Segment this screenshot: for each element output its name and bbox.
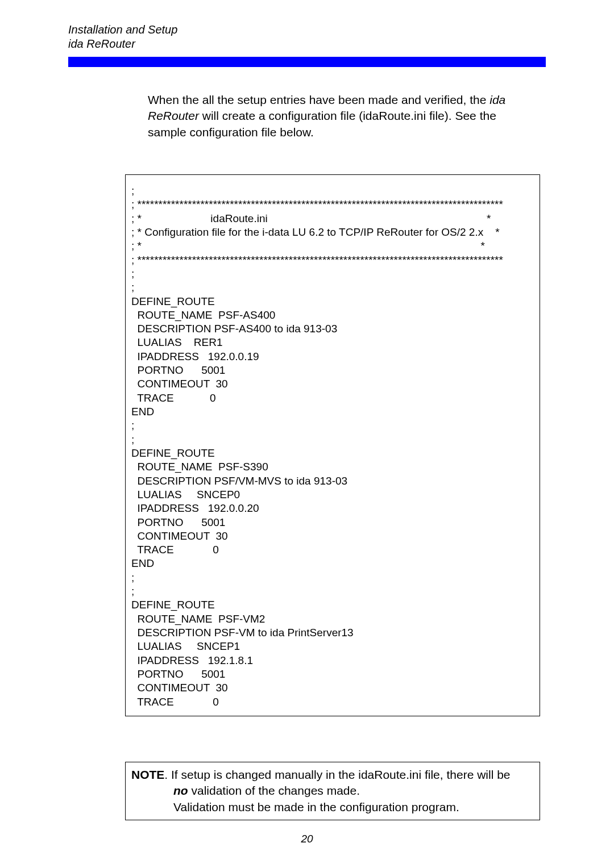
note-indent-1: no validation of the changes made. [173,783,534,799]
intro-post: will create a configuration file (idaRou… [148,109,496,138]
header-line-1: Installation and Setup [68,23,546,37]
note-line2: Validation must be made in the configura… [173,799,534,815]
page-header: Installation and Setup ida ReRouter [68,23,546,51]
config-file-box: ; ; ************************************… [125,174,540,716]
config-file-content: ; ; ************************************… [131,184,534,709]
page-number: 20 [0,833,614,845]
intro-pre: When the all the setup entries have been… [148,93,489,106]
note-line1-c: validation of the changes made. [188,784,360,797]
intro-paragraph: When the all the setup entries have been… [148,92,529,140]
note-sep: . [164,768,171,781]
note-box: NOTE. If setup is changed manually in th… [125,762,540,820]
header-line-2: ida ReRouter [68,37,546,51]
note-no: no [173,784,188,797]
header-divider-bar [68,57,546,67]
note-line1-a: If setup is changed manually in the idaR… [171,768,511,781]
note-label: NOTE [131,768,164,781]
page: Installation and Setup ida ReRouter When… [0,0,614,868]
